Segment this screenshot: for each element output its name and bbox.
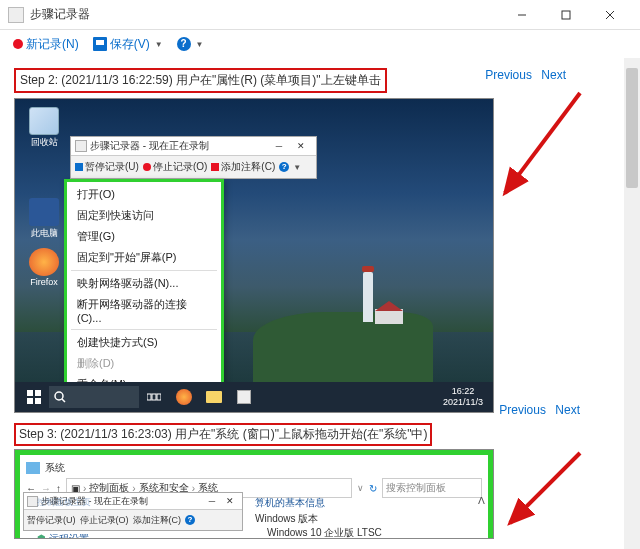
help-icon: ? xyxy=(185,515,195,525)
step-nav: Previous Next xyxy=(493,403,580,417)
help-icon: ? xyxy=(279,162,289,172)
inner-title: 步骤记录器 - 现在正在录制 xyxy=(90,139,268,153)
icon-label: 此电脑 xyxy=(25,227,63,240)
maximize-button[interactable] xyxy=(544,1,588,29)
close-button[interactable] xyxy=(588,1,632,29)
close-button[interactable]: ✕ xyxy=(221,496,239,506)
taskbar-recorder[interactable] xyxy=(229,383,259,411)
step2-header: Step 2: (2021/11/3 16:22:59) 用户在"属性(R) (… xyxy=(14,68,387,93)
save-label: 保存(V) xyxy=(110,36,150,53)
icon-label: Firefox xyxy=(25,277,63,287)
system-icon xyxy=(26,462,40,474)
refresh-icon[interactable]: ↻ xyxy=(369,483,377,494)
context-menu: 打开(O) 固定到快速访问 管理(G) 固定到"开始"屏幕(P) 映射网络驱动器… xyxy=(64,179,224,413)
svg-rect-4 xyxy=(27,390,33,396)
svg-point-8 xyxy=(55,392,63,400)
chevron-up-icon[interactable]: ᐱ xyxy=(478,495,485,506)
step3-header-box: Step 3: (2021/11/3 16:23:03) 用户在"系统 (窗口)… xyxy=(14,423,432,446)
stop-button[interactable]: 停止记录(O) xyxy=(143,160,207,174)
window-titlebar: 步骤记录器 xyxy=(0,0,640,30)
next-link[interactable]: Next xyxy=(541,68,566,82)
menu-open[interactable]: 打开(O) xyxy=(67,184,221,205)
svg-rect-5 xyxy=(35,390,41,396)
win-edition-label: Windows 版本 xyxy=(255,512,318,526)
cp-home[interactable]: 控制面板主页 xyxy=(37,496,91,509)
taskbar: 16:22 2021/11/3 xyxy=(15,382,493,412)
new-record-label: 新记录(N) xyxy=(26,36,79,53)
taskbar-clock[interactable]: 16:22 2021/11/3 xyxy=(437,386,489,408)
prev-link[interactable]: Previous xyxy=(499,403,546,417)
svg-rect-1 xyxy=(562,11,570,19)
chevron-down-icon: ▼ xyxy=(196,40,204,49)
chevron-down-icon: ▼ xyxy=(155,40,163,49)
step3-header: Step 3: (2021/11/3 16:23:03) 用户在"系统 (窗口)… xyxy=(19,427,427,441)
minimize-button[interactable]: ─ xyxy=(268,141,290,151)
window-title: 步骤记录器 xyxy=(30,6,500,23)
taskbar-explorer[interactable] xyxy=(199,383,229,411)
task-view[interactable] xyxy=(139,383,169,411)
start-button[interactable] xyxy=(19,383,49,411)
svg-rect-7 xyxy=(35,398,41,404)
save-icon xyxy=(93,37,107,51)
taskbar-search[interactable] xyxy=(49,386,139,408)
help-icon: ? xyxy=(177,37,191,51)
menu-map-drive[interactable]: 映射网络驱动器(N)... xyxy=(67,273,221,294)
firefox-icon[interactable]: Firefox xyxy=(25,248,63,287)
pause-icon xyxy=(75,163,83,171)
toolbar: 新记录(N) 保存(V) ▼ ? ▼ xyxy=(0,30,640,58)
menu-pin-start[interactable]: 固定到"开始"屏幕(P) xyxy=(67,247,221,268)
help-button[interactable]: ? ▼ xyxy=(172,37,209,51)
search-input[interactable]: 搜索控制面板 xyxy=(382,478,482,498)
menu-disconnect[interactable]: 断开网络驱动器的连接(C)... xyxy=(67,294,221,327)
desktop-wallpaper: 回收站 此电脑 Firefox 步骤记录器 - 现在正在录制 ─ ✕ 暂停记录(… xyxy=(15,99,493,412)
svg-rect-12 xyxy=(157,394,161,400)
svg-rect-10 xyxy=(147,394,151,400)
svg-line-9 xyxy=(62,399,65,402)
svg-rect-6 xyxy=(27,398,33,404)
step3-screenshot: 系统 ← → ↑ ▣ › 控制面板 › 系统和安全 › 系统 ∨ ↻ 搜索控制面… xyxy=(14,449,494,539)
menu-delete[interactable]: 删除(D) xyxy=(67,353,221,374)
next-link[interactable]: Next xyxy=(555,403,580,417)
icon-label: 回收站 xyxy=(25,136,63,149)
comment-button[interactable]: 添加注释(C) xyxy=(211,160,275,174)
comment-icon xyxy=(211,163,219,171)
this-pc-icon[interactable]: 此电脑 xyxy=(25,198,63,240)
prev-link[interactable]: Previous xyxy=(485,68,532,82)
app-icon xyxy=(8,7,24,23)
win-version: Windows 10 企业版 LTSC xyxy=(267,526,382,539)
help-button[interactable]: ?▼ xyxy=(279,162,301,172)
pause-button[interactable]: 暂停记录(U) xyxy=(27,514,76,527)
new-record-button[interactable]: 新记录(N) xyxy=(8,36,84,53)
stop-button[interactable]: 停止记录(O) xyxy=(80,514,129,527)
close-button[interactable]: ✕ xyxy=(290,141,312,151)
clock-time: 16:22 xyxy=(443,386,483,397)
menu-shortcut[interactable]: 创建快捷方式(S) xyxy=(67,332,221,353)
taskbar-firefox[interactable] xyxy=(169,383,199,411)
subtitle: 算机的基本信息 xyxy=(255,496,325,510)
save-button[interactable]: 保存(V) ▼ xyxy=(88,36,168,53)
annotation-arrow xyxy=(490,443,590,543)
svg-rect-11 xyxy=(152,394,156,400)
minimize-button[interactable] xyxy=(500,1,544,29)
step2-screenshot: 回收站 此电脑 Firefox 步骤记录器 - 现在正在录制 ─ ✕ 暂停记录(… xyxy=(14,98,494,413)
recycle-bin-icon[interactable]: 回收站 xyxy=(25,107,63,149)
stop-icon xyxy=(143,163,151,171)
pause-button[interactable]: 暂停记录(U) xyxy=(75,160,139,174)
remote-link[interactable]: 远程设置 xyxy=(49,533,89,539)
step-nav: Previous Next xyxy=(479,68,566,82)
menu-manage[interactable]: 管理(G) xyxy=(67,226,221,247)
inner-recorder-window: 步骤记录器 - 现在正在录制 ─ ✕ 暂停记录(U) 停止记录(O) 添加注释(… xyxy=(70,136,317,179)
content-area: Previous Next Step 2: (2021/11/3 16:22:5… xyxy=(0,58,640,549)
minimize-button[interactable]: ─ xyxy=(203,496,221,506)
svg-line-15 xyxy=(510,453,580,523)
clock-date: 2021/11/3 xyxy=(443,397,483,408)
record-icon xyxy=(13,39,23,49)
system-title: 系统 xyxy=(45,461,65,475)
menu-pin-quick[interactable]: 固定到快速访问 xyxy=(67,205,221,226)
comment-button[interactable]: 添加注释(C) xyxy=(133,514,182,527)
app-icon xyxy=(75,140,87,152)
